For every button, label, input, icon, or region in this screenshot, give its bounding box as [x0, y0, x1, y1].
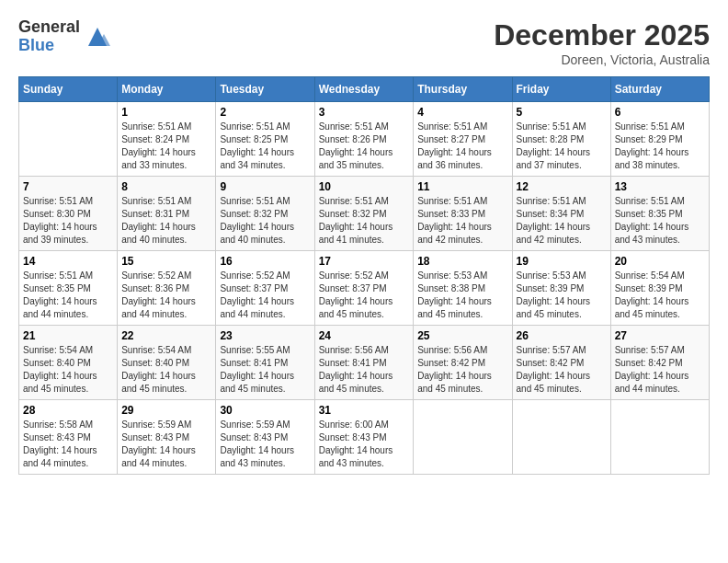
day-info: Sunrise: 5:51 AM Sunset: 8:32 PM Dayligh… [220, 195, 310, 247]
day-cell: 19Sunrise: 5:53 AM Sunset: 8:39 PM Dayli… [512, 251, 610, 326]
day-info: Sunrise: 5:51 AM Sunset: 8:28 PM Dayligh… [517, 121, 607, 172]
day-info: Sunrise: 5:51 AM Sunset: 8:32 PM Dayligh… [319, 195, 410, 247]
day-number: 14 [23, 255, 113, 268]
day-info: Sunrise: 5:51 AM Sunset: 8:35 PM Dayligh… [615, 195, 705, 247]
day-number: 29 [121, 404, 211, 417]
day-info: Sunrise: 5:51 AM Sunset: 8:35 PM Dayligh… [23, 270, 113, 321]
week-row-3: 14Sunrise: 5:51 AM Sunset: 8:35 PM Dayli… [19, 251, 710, 326]
day-cell: 15Sunrise: 5:52 AM Sunset: 8:36 PM Dayli… [118, 251, 216, 326]
day-info: Sunrise: 5:52 AM Sunset: 8:37 PM Dayligh… [319, 270, 410, 321]
week-row-4: 21Sunrise: 5:54 AM Sunset: 8:40 PM Dayli… [19, 326, 710, 400]
day-number: 24 [319, 329, 410, 342]
day-cell: 27Sunrise: 5:57 AM Sunset: 8:42 PM Dayli… [610, 326, 709, 400]
day-number: 31 [319, 404, 410, 417]
day-info: Sunrise: 5:53 AM Sunset: 8:39 PM Dayligh… [517, 270, 607, 321]
day-info: Sunrise: 5:54 AM Sunset: 8:40 PM Dayligh… [23, 344, 113, 396]
day-number: 27 [615, 329, 705, 342]
day-number: 12 [517, 180, 607, 193]
day-number: 5 [517, 106, 607, 119]
page-header: General Blue December 2025 Doreen, Victo… [18, 18, 710, 67]
day-info: Sunrise: 6:00 AM Sunset: 8:43 PM Dayligh… [319, 419, 410, 470]
day-info: Sunrise: 5:57 AM Sunset: 8:42 PM Dayligh… [517, 344, 607, 396]
day-number: 28 [23, 404, 113, 417]
day-number: 3 [319, 106, 410, 119]
day-cell: 25Sunrise: 5:56 AM Sunset: 8:42 PM Dayli… [414, 326, 512, 400]
day-info: Sunrise: 5:51 AM Sunset: 8:31 PM Dayligh… [121, 195, 211, 247]
week-row-5: 28Sunrise: 5:58 AM Sunset: 8:43 PM Dayli… [19, 400, 710, 475]
day-cell: 20Sunrise: 5:54 AM Sunset: 8:39 PM Dayli… [610, 251, 709, 326]
day-info: Sunrise: 5:51 AM Sunset: 8:30 PM Dayligh… [23, 195, 113, 247]
logo-general: General [18, 18, 80, 37]
day-number: 20 [615, 255, 705, 268]
day-cell: 24Sunrise: 5:56 AM Sunset: 8:41 PM Dayli… [314, 326, 414, 400]
day-cell: 17Sunrise: 5:52 AM Sunset: 8:37 PM Dayli… [314, 251, 414, 326]
day-number: 30 [220, 404, 310, 417]
day-number: 26 [517, 329, 607, 342]
day-info: Sunrise: 5:54 AM Sunset: 8:40 PM Dayligh… [121, 344, 211, 396]
day-number: 18 [417, 255, 507, 268]
day-number: 6 [615, 106, 705, 119]
column-header-saturday: Saturday [610, 77, 709, 102]
day-cell: 2Sunrise: 5:51 AM Sunset: 8:25 PM Daylig… [216, 102, 314, 177]
day-number: 13 [615, 180, 705, 193]
day-info: Sunrise: 5:58 AM Sunset: 8:43 PM Dayligh… [23, 419, 113, 470]
day-cell: 26Sunrise: 5:57 AM Sunset: 8:42 PM Dayli… [512, 326, 610, 400]
day-cell: 21Sunrise: 5:54 AM Sunset: 8:40 PM Dayli… [19, 326, 118, 400]
column-header-wednesday: Wednesday [314, 77, 414, 102]
day-number: 11 [417, 180, 507, 193]
day-number: 10 [319, 180, 410, 193]
day-cell: 16Sunrise: 5:52 AM Sunset: 8:37 PM Dayli… [216, 251, 314, 326]
day-number: 2 [220, 106, 310, 119]
day-cell: 11Sunrise: 5:51 AM Sunset: 8:33 PM Dayli… [414, 177, 512, 251]
column-header-sunday: Sunday [19, 77, 118, 102]
day-cell: 18Sunrise: 5:53 AM Sunset: 8:38 PM Dayli… [414, 251, 512, 326]
day-cell: 23Sunrise: 5:55 AM Sunset: 8:41 PM Dayli… [216, 326, 314, 400]
day-cell [19, 102, 118, 177]
day-cell: 9Sunrise: 5:51 AM Sunset: 8:32 PM Daylig… [216, 177, 314, 251]
week-row-2: 7Sunrise: 5:51 AM Sunset: 8:30 PM Daylig… [19, 177, 710, 251]
day-number: 25 [417, 329, 507, 342]
day-number: 21 [23, 329, 113, 342]
week-row-1: 1Sunrise: 5:51 AM Sunset: 8:24 PM Daylig… [19, 102, 710, 177]
column-header-thursday: Thursday [414, 77, 512, 102]
day-cell: 22Sunrise: 5:54 AM Sunset: 8:40 PM Dayli… [118, 326, 216, 400]
day-number: 7 [23, 180, 113, 193]
day-info: Sunrise: 5:52 AM Sunset: 8:36 PM Dayligh… [121, 270, 211, 321]
day-cell: 8Sunrise: 5:51 AM Sunset: 8:31 PM Daylig… [118, 177, 216, 251]
day-number: 16 [220, 255, 310, 268]
column-header-friday: Friday [512, 77, 610, 102]
column-header-monday: Monday [118, 77, 216, 102]
day-cell [414, 400, 512, 475]
day-number: 22 [121, 329, 211, 342]
day-info: Sunrise: 5:56 AM Sunset: 8:42 PM Dayligh… [417, 344, 507, 396]
day-cell: 6Sunrise: 5:51 AM Sunset: 8:29 PM Daylig… [610, 102, 709, 177]
day-number: 4 [417, 106, 507, 119]
day-number: 9 [220, 180, 310, 193]
day-number: 15 [121, 255, 211, 268]
logo-blue: Blue [18, 37, 80, 55]
day-info: Sunrise: 5:53 AM Sunset: 8:38 PM Dayligh… [417, 270, 507, 321]
logo-icon [84, 23, 111, 51]
day-info: Sunrise: 5:57 AM Sunset: 8:42 PM Dayligh… [615, 344, 705, 396]
location-subtitle: Doreen, Victoria, Australia [494, 52, 710, 67]
day-cell: 29Sunrise: 5:59 AM Sunset: 8:43 PM Dayli… [118, 400, 216, 475]
day-number: 1 [121, 106, 211, 119]
day-number: 8 [121, 180, 211, 193]
day-info: Sunrise: 5:51 AM Sunset: 8:33 PM Dayligh… [417, 195, 507, 247]
day-cell: 10Sunrise: 5:51 AM Sunset: 8:32 PM Dayli… [314, 177, 414, 251]
title-section: December 2025 Doreen, Victoria, Australi… [494, 18, 710, 67]
logo: General Blue [18, 18, 111, 55]
day-cell: 5Sunrise: 5:51 AM Sunset: 8:28 PM Daylig… [512, 102, 610, 177]
day-info: Sunrise: 5:55 AM Sunset: 8:41 PM Dayligh… [220, 344, 310, 396]
day-info: Sunrise: 5:51 AM Sunset: 8:29 PM Dayligh… [615, 121, 705, 172]
day-cell: 28Sunrise: 5:58 AM Sunset: 8:43 PM Dayli… [19, 400, 118, 475]
day-cell: 13Sunrise: 5:51 AM Sunset: 8:35 PM Dayli… [610, 177, 709, 251]
header-row: SundayMondayTuesdayWednesdayThursdayFrid… [19, 77, 710, 102]
day-cell: 14Sunrise: 5:51 AM Sunset: 8:35 PM Dayli… [19, 251, 118, 326]
day-info: Sunrise: 5:51 AM Sunset: 8:24 PM Dayligh… [121, 121, 211, 172]
column-header-tuesday: Tuesday [216, 77, 314, 102]
calendar-table: SundayMondayTuesdayWednesdayThursdayFrid… [18, 76, 710, 475]
day-info: Sunrise: 5:51 AM Sunset: 8:34 PM Dayligh… [517, 195, 607, 247]
day-info: Sunrise: 5:54 AM Sunset: 8:39 PM Dayligh… [615, 270, 705, 321]
day-cell: 30Sunrise: 5:59 AM Sunset: 8:43 PM Dayli… [216, 400, 314, 475]
